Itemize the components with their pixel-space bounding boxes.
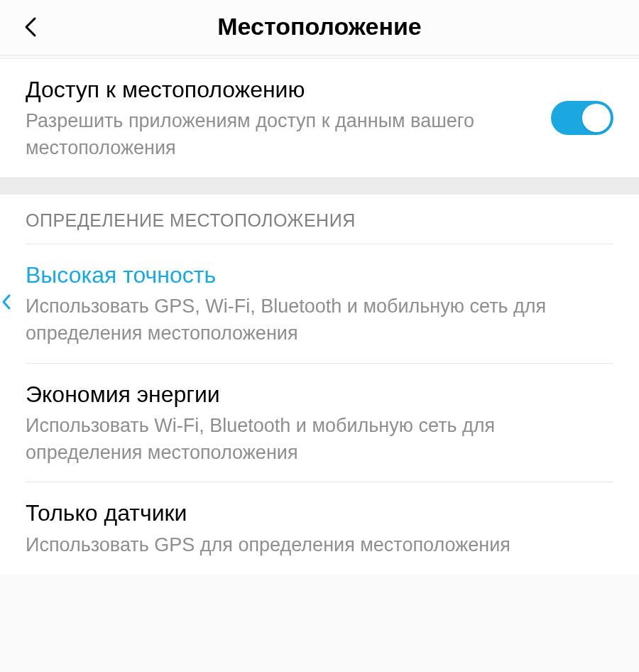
toggle-knob [582, 104, 611, 132]
mode-energy-saving[interactable]: Экономия энергии Использовать Wi-Fi, Blu… [0, 364, 639, 482]
mode-high-accuracy[interactable]: Высокая точность Использовать GPS, Wi-Fi… [0, 244, 639, 363]
mode-sensors-only[interactable]: Только датчики Использовать GPS для опре… [0, 482, 639, 574]
row-content: Только датчики Использовать GPS для опре… [26, 498, 613, 558]
mode-subtitle: Использовать Wi-Fi, Bluetooth и мобильну… [26, 413, 599, 467]
mode-title: Только датчики [26, 498, 599, 529]
row-content: Экономия энергии Использовать Wi-Fi, Blu… [26, 379, 613, 467]
location-access-row[interactable]: Доступ к местоположению Разрешить прилож… [0, 59, 639, 178]
page-title: Местоположение [21, 13, 618, 40]
section-header-label: ОПРЕДЕЛЕНИЕ МЕСТОПОЛОЖЕНИЯ [0, 195, 639, 244]
row-content: Доступ к местоположению Разрешить прилож… [26, 75, 551, 162]
mode-title: Экономия энергии [26, 379, 599, 410]
access-section: Доступ к местоположению Разрешить прилож… [0, 59, 639, 178]
location-access-subtitle: Разрешить приложениям доступ к данным ва… [26, 108, 537, 162]
selected-indicator-icon [1, 293, 11, 314]
mode-subtitle: Использовать GPS, Wi-Fi, Bluetooth и моб… [26, 293, 599, 347]
mode-title: Высокая точность [26, 260, 599, 291]
section-gap [0, 178, 639, 195]
location-access-toggle[interactable] [551, 101, 613, 135]
row-content: Высокая точность Использовать GPS, Wi-Fi… [26, 260, 613, 347]
location-access-title: Доступ к местоположению [26, 75, 537, 105]
app-header: Местоположение [0, 0, 639, 55]
mode-subtitle: Использовать GPS для определения местопо… [26, 532, 599, 559]
mode-section: ОПРЕДЕЛЕНИЕ МЕСТОПОЛОЖЕНИЯ Высокая точно… [0, 195, 639, 575]
